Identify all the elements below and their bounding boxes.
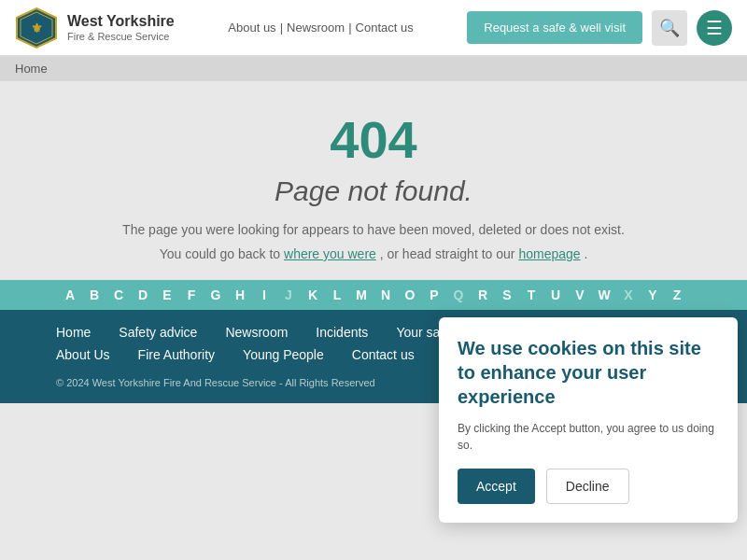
go-back-link[interactable]: where you were — [284, 246, 376, 261]
hamburger-icon: ☰ — [706, 17, 723, 39]
logo-badge: ⚜ — [15, 7, 58, 49]
az-letter-i[interactable]: I — [255, 287, 274, 302]
search-button[interactable]: 🔍 — [652, 10, 687, 46]
footer-link-about-us[interactable]: About Us — [56, 347, 110, 362]
homepage-link[interactable]: homepage — [518, 246, 580, 261]
az-letter-k[interactable]: K — [303, 287, 322, 302]
az-letter-r[interactable]: R — [473, 287, 492, 302]
cookie-title: We use cookies on this site to enhance y… — [458, 336, 719, 409]
request-safewell-button[interactable]: Request a safe & well visit — [467, 11, 642, 44]
az-letter-m[interactable]: M — [352, 287, 371, 302]
about-nav-link[interactable]: About us — [228, 21, 275, 35]
az-letter-c[interactable]: C — [109, 287, 128, 302]
cookie-buttons: Accept Decline — [458, 469, 719, 504]
breadcrumb-home-link[interactable]: Home — [15, 62, 48, 76]
az-letter-l[interactable]: L — [328, 287, 346, 302]
az-letter-u[interactable]: U — [546, 287, 565, 302]
az-letter-v[interactable]: V — [571, 287, 589, 302]
footer-link-newsroom[interactable]: Newsroom — [225, 325, 288, 340]
az-letter-d[interactable]: D — [134, 287, 152, 302]
az-letter-g[interactable]: G — [206, 287, 225, 302]
error-links-text: You could go back to — [160, 246, 280, 261]
az-letter-h[interactable]: H — [231, 287, 249, 302]
header: ⚜ West Yorkshire Fire & Rescue Service A… — [0, 0, 747, 56]
az-letter-j: J — [279, 287, 298, 302]
az-letter-n[interactable]: N — [376, 287, 395, 302]
footer-link-fire-authority[interactable]: Fire Authority — [138, 347, 215, 362]
search-icon: 🔍 — [659, 18, 680, 38]
contact-nav-link[interactable]: Contact us — [356, 21, 414, 35]
footer-link-incidents[interactable]: Incidents — [316, 325, 368, 340]
menu-button[interactable]: ☰ — [697, 10, 732, 46]
svg-text:⚜: ⚜ — [31, 21, 43, 35]
footer-link-home[interactable]: Home — [56, 325, 91, 340]
az-letter-x: X — [619, 287, 638, 302]
az-letter-z[interactable]: Z — [668, 287, 686, 302]
logo-text: West Yorkshire Fire & Rescue Service — [67, 12, 175, 42]
az-letter-q: Q — [449, 287, 468, 302]
nav-links: About us | Newsroom | Contact us — [228, 21, 413, 35]
logo-subtitle: Fire & Rescue Service — [67, 31, 175, 43]
az-letter-t[interactable]: T — [522, 287, 541, 302]
breadcrumb: Home — [0, 56, 747, 81]
az-letter-e[interactable]: E — [158, 287, 176, 302]
logo-title: West Yorkshire — [67, 12, 175, 30]
error-links: You could go back to where you were , or… — [160, 246, 588, 261]
error-description: The page you were looking for appears to… — [122, 222, 625, 237]
main-content: 404 Page not found. The page you were lo… — [0, 81, 747, 280]
az-letter-y[interactable]: Y — [643, 287, 662, 302]
az-letter-s[interactable]: S — [498, 287, 516, 302]
cookie-description: By clicking the Accept button, you agree… — [458, 420, 719, 454]
az-bar: ABCDEFGHIJKLMNOPQRSTUVWXYZ — [0, 280, 747, 310]
nav-separator2: | — [348, 21, 351, 35]
az-letter-o[interactable]: O — [401, 287, 419, 302]
error-links-middle: , or head straight to our — [380, 246, 515, 261]
logo-area: ⚜ West Yorkshire Fire & Rescue Service — [15, 7, 175, 49]
az-letter-p[interactable]: P — [425, 287, 444, 302]
error-links-end: . — [584, 246, 587, 261]
footer-link-safety-advice[interactable]: Safety advice — [119, 325, 197, 340]
error-code: 404 — [330, 109, 416, 170]
decline-cookies-button[interactable]: Decline — [546, 469, 629, 504]
header-right: Request a safe & well visit 🔍 ☰ — [467, 10, 732, 46]
footer-link-young-people[interactable]: Young People — [243, 347, 324, 362]
az-letter-f[interactable]: F — [182, 287, 201, 302]
error-title: Page not found. — [275, 175, 472, 207]
az-letter-w[interactable]: W — [595, 287, 613, 302]
footer-link-contact-us[interactable]: Contact us — [352, 347, 415, 362]
nav-separator: | — [280, 21, 283, 35]
az-letter-a[interactable]: A — [61, 287, 79, 302]
az-letter-b[interactable]: B — [85, 287, 104, 302]
cookie-banner: We use cookies on this site to enhance y… — [439, 317, 738, 523]
newsroom-nav-link[interactable]: Newsroom — [287, 21, 345, 35]
accept-cookies-button[interactable]: Accept — [458, 469, 535, 504]
